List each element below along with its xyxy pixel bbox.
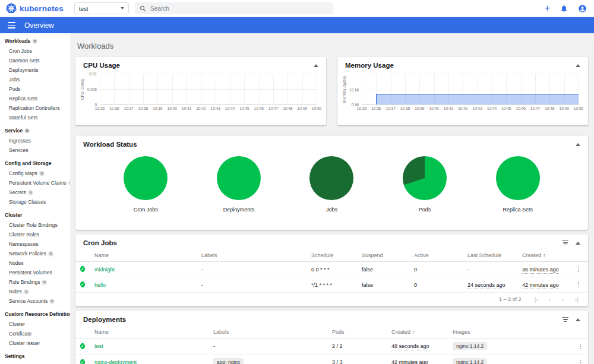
- collapse-chevron-icon[interactable]: [576, 143, 580, 146]
- row-menu-kebab-icon[interactable]: ⋮: [575, 265, 582, 273]
- sidebar-item-config-maps[interactable]: Config MapsN: [0, 169, 70, 178]
- cron-jobs-pagination: 1 – 2 of 2 |‹ ‹ › ›|: [75, 293, 588, 306]
- first-page-icon[interactable]: |‹: [535, 296, 539, 303]
- sidebar-item-pods[interactable]: Pods: [0, 84, 70, 94]
- collapse-chevron-icon[interactable]: [576, 64, 580, 67]
- filter-icon[interactable]: [562, 317, 568, 322]
- resource-link[interactable]: nginx-deployment: [94, 359, 137, 364]
- next-page-icon[interactable]: ›: [562, 296, 564, 303]
- x-tick-label: 10:45: [501, 106, 511, 110]
- sidebar-item-persistent-volumes[interactable]: Persistent Volumes: [0, 268, 70, 277]
- sidebar-item-storage-classes[interactable]: Storage Classes: [0, 197, 70, 207]
- row-menu-kebab-icon[interactable]: ⋮: [577, 343, 584, 350]
- actions-cell: ⋮: [570, 262, 588, 277]
- x-tick-label: 10:40: [429, 106, 439, 110]
- menu-hamburger-icon[interactable]: [8, 22, 15, 28]
- sidebar-item-settings[interactable]: Settings: [0, 351, 70, 362]
- sidebar-item-label: Secrets: [9, 189, 26, 195]
- relative-time: 42 minutes ago: [391, 359, 428, 364]
- sidebar-item-cluster[interactable]: Cluster: [0, 319, 70, 329]
- resource-link[interactable]: test: [94, 343, 103, 349]
- images-cell: nginx:1.14.2: [448, 354, 573, 364]
- collapse-chevron-icon[interactable]: [576, 242, 580, 245]
- sidebar-item-cluster-role-bindings[interactable]: Cluster Role Bindings: [0, 220, 70, 230]
- sidebar-item-label: Ingresses: [9, 138, 31, 144]
- sort-ascending-icon[interactable]: ↑: [543, 252, 546, 258]
- gridline: [216, 74, 216, 105]
- sort-ascending-icon[interactable]: ↑: [412, 329, 415, 335]
- sidebar-item-network-policies[interactable]: Network PoliciesN: [0, 249, 70, 258]
- create-resource-plus-icon[interactable]: +: [545, 4, 550, 13]
- sidebar-group-service-header[interactable]: ServiceN: [0, 125, 70, 136]
- sidebar-item-stateful-sets[interactable]: Stateful Sets: [0, 113, 70, 122]
- sidebar-group-workloads-header[interactable]: WorkloadsN: [0, 36, 70, 46]
- row-menu-kebab-icon[interactable]: ⋮: [577, 359, 584, 364]
- memory-card-title: Memory Usage: [345, 62, 568, 69]
- suspend-cell: false: [357, 262, 409, 277]
- col-header-icon: [570, 249, 588, 262]
- sidebar-group-label: Custom Resource Definitions: [5, 311, 70, 317]
- search-input[interactable]: [150, 5, 328, 12]
- namespace-select[interactable]: test: [74, 2, 129, 14]
- kubernetes-logo[interactable]: kubernetes: [6, 3, 64, 14]
- sidebar-item-jobs[interactable]: Jobs: [0, 75, 70, 84]
- sidebar-item-deployments[interactable]: Deployments: [0, 65, 70, 75]
- status-cell: ✓: [75, 262, 90, 277]
- collapse-chevron-icon[interactable]: [314, 64, 318, 67]
- sidebar-group-config-and-storage-header[interactable]: Config and Storage: [0, 158, 70, 169]
- resource-link[interactable]: hello: [94, 282, 106, 288]
- x-tick-label: 10:38: [138, 106, 148, 110]
- cpu-y-axis-label: CPU (cores): [80, 74, 84, 105]
- resource-link[interactable]: midnight: [94, 267, 115, 273]
- sidebar-item-cluster-roles[interactable]: Cluster Roles: [0, 230, 70, 239]
- col-header-labels: Labels: [208, 325, 327, 338]
- namespaced-badge: N: [49, 299, 55, 304]
- filter-icon[interactable]: [562, 240, 568, 246]
- sidebar-item-persistent-volume-claims[interactable]: Persistent Volume ClaimsN: [0, 178, 70, 188]
- created-cell: 36 minutes ago: [517, 262, 570, 277]
- col-header-icon: [573, 325, 588, 338]
- sidebar-item-daemon-sets[interactable]: Daemon Sets: [0, 56, 70, 65]
- namespaced-badge: N: [32, 39, 37, 44]
- sidebar-item-secrets[interactable]: SecretsN: [0, 188, 70, 197]
- prev-page-icon[interactable]: ‹: [549, 296, 551, 303]
- actions-cell: ⋮: [573, 354, 588, 364]
- sidebar-item-ingresses[interactable]: Ingresses: [0, 136, 70, 145]
- sidebar-item-label: Nodes: [9, 260, 24, 266]
- workload-status-item-deployments: Deployments: [217, 156, 261, 213]
- sidebar-item-roles[interactable]: RolesN: [0, 287, 70, 296]
- x-tick-label: 10:47: [530, 106, 540, 110]
- row-menu-kebab-icon[interactable]: ⋮: [575, 281, 582, 288]
- sidebar-item-about[interactable]: About: [0, 362, 70, 364]
- account-user-icon[interactable]: [578, 4, 587, 13]
- created-cell: 42 minutes ago: [387, 354, 448, 364]
- sidebar-item-certificate[interactable]: Certificate: [0, 329, 70, 338]
- x-tick-label: 10:35: [357, 106, 366, 110]
- x-tick-label: 10:39: [415, 106, 424, 110]
- pie-label: Cron Jobs: [134, 207, 158, 213]
- sidebar-item-replica-sets[interactable]: Replica Sets: [0, 94, 70, 103]
- search-bar[interactable]: [135, 2, 333, 14]
- notifications-bell-icon[interactable]: [560, 5, 568, 12]
- sidebar-item-cron-jobs[interactable]: Cron Jobs: [0, 46, 70, 56]
- gridline: [362, 90, 579, 90]
- sidebar-group-custom-resource-definitions-header[interactable]: Custom Resource Definitions: [0, 309, 70, 319]
- x-tick-label: 10:36: [371, 106, 381, 110]
- sidebar-item-label: Persistent Volume Claims: [9, 180, 67, 186]
- sidebar-item-label: Cluster Issuer: [9, 340, 40, 346]
- x-tick-label: 10:44: [487, 106, 497, 110]
- sidebar-item-service-accounts[interactable]: Service AccountsN: [0, 296, 70, 306]
- cpu-card-title: CPU Usage: [83, 62, 307, 69]
- gridline: [114, 74, 115, 105]
- sidebar-item-nodes[interactable]: Nodes: [0, 258, 70, 268]
- sidebar-item-label: Deployments: [9, 67, 39, 73]
- sidebar-item-role-bindings[interactable]: Role BindingsN: [0, 277, 70, 287]
- last-page-icon[interactable]: ›|: [574, 296, 579, 303]
- sidebar-item-namespaces[interactable]: Namespaces: [0, 239, 70, 249]
- sidebar-group-cluster-header[interactable]: Cluster: [0, 210, 70, 220]
- collapse-chevron-icon[interactable]: [576, 318, 580, 321]
- sidebar-item-replication-controllers[interactable]: Replication Controllers: [0, 103, 70, 113]
- sidebar-item-services[interactable]: Services: [0, 145, 70, 155]
- sidebar-item-cluster-issuer[interactable]: Cluster Issuer: [0, 338, 70, 348]
- x-tick-label: 10:50: [574, 106, 583, 110]
